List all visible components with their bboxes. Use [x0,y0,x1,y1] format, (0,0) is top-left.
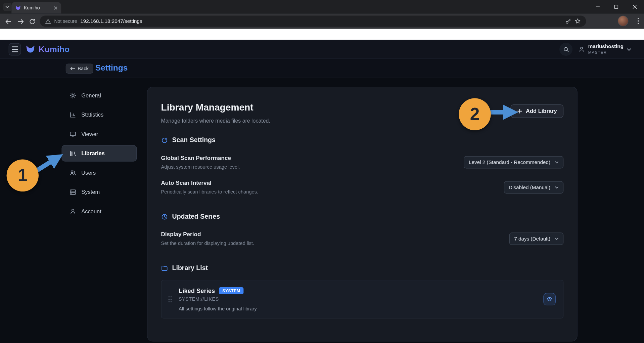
browser-menu-button[interactable] [634,16,643,26]
add-library-label: Add Library [526,108,557,114]
select-value: Level 2 (Standard - Recommended) [469,159,550,165]
drag-handle-icon[interactable] [168,296,172,303]
sidebar-item-label: Statistics [81,112,103,118]
user-menu[interactable]: mariushosting MASTER [578,43,631,56]
window-close-button[interactable] [626,0,644,13]
panel-header: Library Management Manage folders where … [161,102,563,124]
sidebar-item-libraries[interactable]: Libraries [61,145,137,162]
sidebar-item-label: Viewer [81,131,98,137]
setting-desc: Periodically scan libraries to reflect c… [161,189,258,195]
sidebar-item-account[interactable]: Account [61,203,137,219]
window-maximize-button[interactable] [607,0,626,13]
add-icon [517,109,522,114]
updated-series-section-header: Updated Series [161,213,563,220]
auto-scan-interval-select[interactable]: Disabled (Manual) [504,181,563,194]
setting-label: Display Period [161,231,254,238]
visibility-button[interactable] [543,293,556,305]
sidebar-item-users[interactable]: Users [61,164,137,181]
sidebar-item-statistics[interactable]: Statistics [61,106,137,123]
brand-name: Kumiho [39,45,70,54]
select-value: 7 days (Default) [514,236,550,242]
add-library-button[interactable]: Add Library [511,104,564,118]
section-title: Updated Series [172,213,220,220]
back-button[interactable]: Back [66,64,93,74]
statistics-icon [70,111,77,118]
tab-title: Kumiho [24,5,51,10]
viewer-icon [70,130,77,137]
system-icon [70,188,77,196]
chevron-down-icon [627,48,631,51]
tab-close-icon[interactable] [54,6,57,10]
browser-avatar[interactable] [618,15,629,26]
settings-sidebar: General Statistics Viewer Libraries User… [61,87,137,222]
library-list-section-header: Library List [161,264,563,272]
library-path: SYSTEM://LIKES [179,297,537,302]
global-scan-performance-select[interactable]: Level 2 (Standard - Recommended) [464,156,563,168]
updated-icon [161,213,168,220]
sidebar-item-label: Account [81,208,101,214]
browser-tab[interactable]: Kumiho [11,2,61,13]
library-management-panel: Library Management Manage folders where … [147,87,578,341]
screen: Kumiho Not secure 192.168.1.18:2047/sett… [0,0,644,343]
browser-toolbar: Not secure 192.168.1.18:2047/settings [0,13,644,29]
setting-desc: Adjust system resource usage level. [161,164,240,170]
browser-forward-button[interactable] [15,16,25,26]
scan-settings-section-header: Scan Settings [161,136,563,144]
page-title: Settings [95,63,128,73]
not-secure-label: Not secure [54,19,77,24]
hamburger-button[interactable] [9,43,21,55]
setting-desc: Set the duration for displaying updated … [161,241,254,246]
sidebar-item-label: System [81,189,100,195]
section-title: Library List [172,264,208,272]
chevron-down-icon [555,237,559,240]
back-arrow-icon [70,67,75,71]
back-label: Back [78,66,89,72]
browser-back-button[interactable] [3,16,13,26]
app-navbar: Kumiho mariushosting MASTER [0,40,644,59]
account-icon [70,208,77,215]
key-icon[interactable] [565,18,571,24]
setting-label: Global Scan Performance [161,155,240,161]
sidebar-item-viewer[interactable]: Viewer [61,126,137,142]
settings-subheader: Back Settings [0,59,644,78]
user-icon [578,46,585,53]
sidebar-item-label: Users [81,170,96,176]
chevron-down-icon [5,6,9,8]
setting-row-auto-scan: Auto Scan Interval Periodically scan lib… [161,180,563,195]
sidebar-item-label: General [81,92,101,98]
section-title: Scan Settings [172,136,216,144]
display-period-select[interactable]: 7 days (Default) [509,232,563,245]
window-minimize-button[interactable] [589,0,607,13]
star-icon[interactable] [574,18,581,24]
browser-reload-button[interactable] [27,16,37,26]
libraries-icon [70,150,77,157]
scan-icon [161,137,168,144]
search-button[interactable] [559,43,572,56]
user-name: mariushosting [588,44,624,50]
page-top-strip [0,29,644,40]
setting-row-display-period: Display Period Set the duration for disp… [161,231,563,246]
chevron-down-icon [555,161,559,163]
users-icon [70,169,77,176]
sidebar-item-general[interactable]: General [61,87,137,103]
sidebar-item-system[interactable]: System [61,184,137,200]
annotation-step-1: 1 [7,160,39,191]
chevron-down-icon [555,186,559,188]
setting-label: Auto Scan Interval [161,180,258,186]
system-badge: SYSTEM [219,287,243,294]
url-bar[interactable]: Not secure 192.168.1.18:2047/settings [40,15,586,27]
favicon-fox-icon [15,5,21,11]
library-name: Liked Series [179,287,215,294]
warning-icon [45,19,51,24]
panel-subtitle: Manage folders where media files are loc… [161,118,270,124]
annotation-step-2: 2 [459,98,491,130]
brand-link[interactable]: Kumiho [26,40,70,59]
user-role-badge: MASTER [588,50,624,55]
browser-tabstrip: Kumiho [0,0,644,13]
setting-row-global-scan: Global Scan Performance Adjust system re… [161,155,563,170]
visibility-icon [546,296,553,303]
library-list-item: Liked Series SYSTEM SYSTEM://LIKES All s… [161,280,563,318]
tab-search-button[interactable] [3,3,11,11]
kumiho-app: Kumiho mariushosting MASTER Back Setting… [0,40,644,343]
url-text: 192.168.1.18:2047/settings [80,18,562,24]
